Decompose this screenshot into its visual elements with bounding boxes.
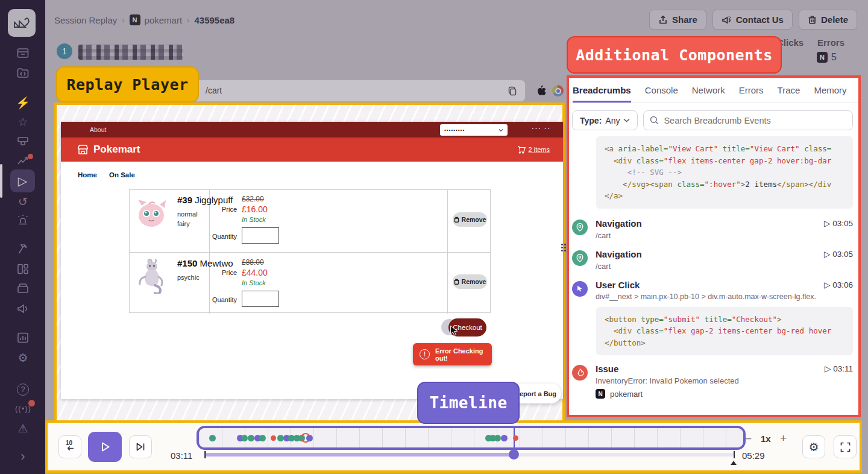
panel-resize-handle[interactable] <box>560 242 567 253</box>
old-price: £32.00 <box>242 195 264 203</box>
speed-decrease-button[interactable]: − <box>745 432 752 446</box>
sidebar-item-history-clock[interactable]: ↺ <box>15 194 31 210</box>
delete-button[interactable]: Delete <box>799 10 857 30</box>
quantity-label: Quantity <box>192 233 237 240</box>
play-button[interactable] <box>88 432 122 462</box>
sidebar-item-quota-warning[interactable]: ⚠ <box>15 421 31 437</box>
skip-to-end-button[interactable] <box>129 435 152 458</box>
sidebar-item-session-replay-active[interactable]: ▷ <box>10 169 35 192</box>
chevron-right-icon: › <box>187 16 189 25</box>
nextjs-badge: N <box>817 52 828 63</box>
chrome-browser-icon <box>552 85 564 96</box>
contact-us-button[interactable]: Contact Us <box>712 10 793 30</box>
stock-status: In Stock <box>242 279 266 286</box>
speed-value[interactable]: 1x <box>761 434 771 444</box>
replayed-site: About ••••••••• ··· ·· Pokemart 2 items … <box>61 122 563 399</box>
broadcast-notification-dot <box>28 400 35 406</box>
sidebar-item-data-management[interactable] <box>15 66 31 81</box>
type-filter-dropdown[interactable]: Type: Any <box>572 110 638 130</box>
event-row-issue[interactable]: Issue InventoryError: Invalid Pokemon se… <box>572 364 853 399</box>
sidebar-item-alerts-siren[interactable] <box>15 213 31 229</box>
replay-player-viewport[interactable]: About ••••••••• ··· ·· Pokemart 2 items … <box>54 103 565 423</box>
quantity-input <box>242 291 279 307</box>
jigglypuff-image <box>136 197 168 229</box>
item-type: fairy <box>177 220 190 227</box>
breadcrumb-session-replay[interactable]: Session Replay <box>54 15 117 25</box>
fullscreen-button[interactable] <box>834 435 857 458</box>
trash-icon <box>454 279 459 285</box>
copy-icon[interactable] <box>507 86 518 96</box>
search-input[interactable] <box>664 116 846 125</box>
tab-errors[interactable]: Errors <box>739 79 764 103</box>
share-button[interactable]: Share <box>649 10 706 30</box>
play-from-icon: ▷ <box>824 280 832 289</box>
navigation-pin-icon <box>572 250 588 266</box>
player-controls-bar: 10 03:11 − 1x + 05:29 ⚙ <box>45 420 862 473</box>
tab-console[interactable]: Console <box>645 79 678 103</box>
seekbar-scrubber[interactable] <box>509 449 519 460</box>
nextjs-badge: N <box>596 389 605 399</box>
sidebar-item-dashboards-layout[interactable] <box>15 262 31 277</box>
tab-network[interactable]: Network <box>692 79 725 103</box>
seekbar-end-tick <box>734 451 735 458</box>
timeline-event-dot <box>513 435 518 441</box>
timeline-event-dot <box>501 435 508 441</box>
breadcrumb-project[interactable]: pokemart <box>145 15 183 25</box>
alert-icon: ! <box>420 349 430 359</box>
issue-project: pokemart <box>610 390 643 399</box>
code-snippet-view-cart: <a aria-label="View Cart" title="View Ca… <box>596 136 853 209</box>
code-snippet-checkout: <button type="submit" title="Checkout"> … <box>596 307 853 356</box>
megaphone-icon <box>722 15 732 25</box>
timeline-event-dot <box>306 435 313 441</box>
sidebar-expand-chevron[interactable]: › <box>15 449 31 464</box>
sidebar-item-toolbar[interactable] <box>15 134 31 150</box>
flame-icon <box>572 365 588 381</box>
sidebar-item-experiments-hammer[interactable] <box>15 242 31 258</box>
storefront-icon <box>77 144 89 156</box>
cart-icon <box>517 145 526 154</box>
sidebar-item-activity[interactable] <box>15 46 31 62</box>
timeline-strip[interactable] <box>197 426 746 450</box>
search-box[interactable] <box>643 110 853 130</box>
item-name-row: #150 Mewtwo <box>177 258 233 268</box>
sidebar-item-settings-gear[interactable]: ⚙ <box>15 350 31 366</box>
callout-additional-components: Additional Components <box>567 36 782 74</box>
sidebar-item-favorites-star[interactable]: ☆ <box>15 115 31 130</box>
event-row-user-click[interactable]: User Click div#__next > main.px-10.pb-10… <box>572 280 853 301</box>
tab-memory[interactable]: Memory <box>814 79 846 103</box>
seekbar-start-tick <box>204 451 206 458</box>
player-settings-button[interactable]: ⚙ <box>802 435 825 458</box>
sidebar-item-data-warehouse-drawer[interactable] <box>15 281 31 297</box>
cursor-icon <box>450 325 459 337</box>
rewind-10s-button[interactable]: 10 <box>58 435 81 458</box>
sidebar-item-product-analytics-bars[interactable] <box>15 330 31 346</box>
event-row-navigation[interactable]: Navigation /cart ▷ 03:05 <box>572 218 853 240</box>
tab-trace[interactable]: Trace <box>778 79 800 103</box>
remove-item-button: Remove <box>453 274 487 289</box>
redacted-person-name <box>78 45 183 60</box>
old-price: £88.00 <box>242 258 264 267</box>
timeline-event-dot <box>248 435 254 441</box>
trends-notification-dot <box>28 154 33 159</box>
trash-icon <box>808 15 817 25</box>
chevron-down-icon <box>498 128 503 132</box>
sidebar-item-early-access-megaphone[interactable] <box>15 301 31 317</box>
sale-price: £16.00 <box>242 204 268 214</box>
speed-increase-button[interactable]: + <box>780 432 787 445</box>
timeline-event-dot <box>271 435 276 441</box>
seekbar[interactable] <box>206 453 734 457</box>
sidebar-item-help[interactable]: ? <box>15 382 31 397</box>
avatar: 1 <box>57 43 72 59</box>
chevron-right-icon: › <box>122 16 124 25</box>
event-row-navigation[interactable]: Navigation /cart ▷ 03:05 <box>572 249 853 271</box>
sidebar-scroll-indicator[interactable] <box>0 164 2 198</box>
breadcrumb-event-list[interactable]: <a aria-label="View Cart" title="View Ca… <box>569 136 858 405</box>
item-type: psychic <box>177 274 200 281</box>
site-password-field: ••••••••• <box>440 124 508 136</box>
tab-breadcrumbs[interactable]: Breadcrumbs <box>573 79 631 103</box>
posthog-logo[interactable] <box>8 9 36 37</box>
price-label: Price <box>214 269 237 276</box>
header-actions: Share Contact Us Delete <box>649 10 857 30</box>
sidebar-item-actions-bolt[interactable]: ⚡ <box>15 95 31 111</box>
site-menu-dots: ··· ·· <box>532 125 551 132</box>
